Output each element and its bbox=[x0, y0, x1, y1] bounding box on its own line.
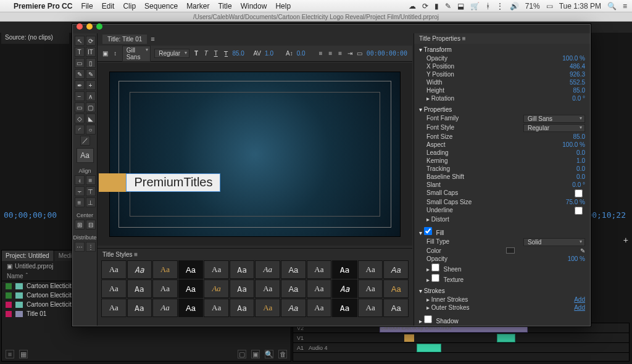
title-style-swatch[interactable]: Aa bbox=[178, 279, 204, 298]
clipped-rect-tool[interactable]: ◇ bbox=[75, 114, 85, 123]
title-style-swatch[interactable]: Aa bbox=[152, 299, 178, 317]
delete-anchor-tool[interactable]: − bbox=[75, 91, 85, 101]
title-style-swatch[interactable]: Aa bbox=[204, 299, 229, 317]
style-swatch[interactable]: Aa bbox=[77, 148, 94, 163]
cart-icon[interactable]: 🛒 bbox=[470, 2, 480, 10]
vertical-type-tool[interactable]: IT bbox=[86, 47, 96, 57]
title-style-swatch[interactable]: Aa bbox=[255, 260, 280, 279]
x-position-value[interactable]: 486.4 bbox=[570, 63, 585, 70]
kerning-value[interactable]: 0.0 bbox=[297, 50, 314, 57]
evernote-icon[interactable]: ✎ bbox=[445, 2, 451, 10]
center-v[interactable]: ⊟ bbox=[86, 220, 96, 230]
transform-section[interactable]: ▾ Transform bbox=[419, 45, 585, 54]
ellipse-tool[interactable]: ○ bbox=[86, 125, 96, 134]
slant-value[interactable]: 0.0 ° bbox=[572, 181, 585, 188]
title-style-swatch[interactable]: Aa bbox=[101, 299, 127, 317]
align-right-button[interactable]: ≡ bbox=[337, 49, 343, 59]
minimize-button[interactable] bbox=[86, 23, 93, 30]
leading-value[interactable]: 1.0 bbox=[265, 50, 282, 57]
new-bin-button[interactable]: ▢ bbox=[238, 350, 246, 358]
align-bottom[interactable]: ⊥ bbox=[86, 197, 96, 207]
fill-section[interactable]: ▾ Fill bbox=[419, 226, 585, 238]
wifi-icon[interactable]: ⋮ bbox=[496, 2, 504, 10]
title-style-swatch[interactable]: Aa bbox=[204, 279, 229, 298]
project-tab[interactable]: Project: Untitled bbox=[2, 250, 53, 261]
list-view-button[interactable]: ≡ bbox=[6, 350, 14, 358]
menu-title[interactable]: Title bbox=[218, 2, 231, 10]
title-style-swatch[interactable]: Aa bbox=[152, 260, 178, 279]
title-style-swatch[interactable]: Aa bbox=[230, 299, 255, 317]
vertical-path-type-tool[interactable]: ✎ bbox=[86, 69, 96, 79]
sync-icon[interactable]: ⟳ bbox=[422, 2, 428, 10]
strokes-section[interactable]: ▾ Strokes bbox=[419, 286, 585, 296]
rotate-tool[interactable]: ⟳ bbox=[86, 36, 96, 46]
line-tool[interactable]: ／ bbox=[80, 136, 90, 146]
title-style-swatch[interactable]: Aa bbox=[383, 260, 409, 279]
show-video-button[interactable]: ▭ bbox=[357, 49, 363, 59]
battery-icon[interactable]: ▭ bbox=[546, 2, 553, 10]
clock[interactable]: Tue 1:38 PM bbox=[559, 2, 601, 10]
rounded-rect-tool[interactable]: ▢ bbox=[86, 102, 96, 112]
fill-color-swatch[interactable] bbox=[506, 247, 515, 254]
title-style-swatch[interactable]: Aa bbox=[358, 279, 383, 298]
eyedropper-icon[interactable]: ✎ bbox=[580, 247, 585, 254]
track-a1[interactable]: A1Audio 4 bbox=[293, 343, 629, 353]
panel-menu-icon[interactable]: ≡ bbox=[134, 251, 138, 258]
align-left-button[interactable]: ≡ bbox=[318, 49, 324, 59]
add-panel-button[interactable]: + bbox=[623, 235, 628, 245]
dist-v[interactable]: ⋮ bbox=[86, 242, 96, 252]
panel-menu-icon[interactable]: ≡ bbox=[462, 35, 466, 42]
align-left[interactable]: ⫞ bbox=[75, 175, 85, 185]
title-clip[interactable] bbox=[404, 334, 414, 342]
tracking-value[interactable]: 0.0 bbox=[576, 165, 585, 172]
title-style-swatch[interactable]: Aa bbox=[127, 260, 152, 279]
align-right[interactable]: ⫟ bbox=[75, 186, 85, 196]
sheen-checkbox[interactable] bbox=[431, 263, 439, 271]
title-style-swatch[interactable]: Aa bbox=[307, 299, 332, 317]
title-templates-button[interactable]: ▣ bbox=[102, 49, 109, 59]
title-style-swatch[interactable]: Aa bbox=[281, 299, 306, 317]
title-style-swatch[interactable]: Aa bbox=[178, 260, 204, 279]
align-top[interactable]: ⊤ bbox=[86, 186, 96, 196]
rectangle-tool[interactable]: ▭ bbox=[75, 102, 85, 112]
font-family-dropdown[interactable]: Gill Sans bbox=[122, 46, 151, 62]
font-style-select[interactable]: Regular bbox=[523, 124, 585, 132]
title-tab[interactable]: Title: Title 01 bbox=[102, 35, 147, 44]
leading-value[interactable]: 0.0 bbox=[576, 149, 585, 156]
underline-checkbox[interactable] bbox=[575, 207, 583, 215]
title-style-swatch[interactable]: Aa bbox=[204, 260, 229, 279]
center-h[interactable]: ⊞ bbox=[75, 220, 85, 230]
menu-clip[interactable]: Clip bbox=[123, 2, 136, 10]
spotlight-icon[interactable]: 🔍 bbox=[607, 2, 617, 10]
title-style-swatch[interactable]: Aa bbox=[332, 299, 357, 317]
tab-stops-button[interactable]: ⇥ bbox=[347, 49, 353, 59]
title-style-swatch[interactable]: Aa bbox=[230, 260, 255, 279]
type-tool[interactable]: T bbox=[75, 47, 85, 57]
title-style-swatch[interactable]: Aa bbox=[281, 279, 306, 298]
gold-rect[interactable] bbox=[99, 173, 126, 192]
roll-crawl-button[interactable]: ↕ bbox=[112, 49, 118, 59]
title-style-swatch[interactable]: Aa bbox=[127, 299, 152, 317]
title-style-swatch[interactable]: Aa bbox=[358, 260, 383, 279]
convert-anchor-tool[interactable]: ∧ bbox=[86, 91, 96, 101]
panel-menu-icon[interactable]: ≡ bbox=[151, 35, 154, 43]
arc-tool[interactable]: ◜ bbox=[75, 125, 85, 134]
source-panel-tab[interactable]: Source: (no clips) bbox=[1, 33, 69, 44]
align-vcenter[interactable]: ≡ bbox=[75, 197, 85, 207]
trash-button[interactable]: 🗑 bbox=[278, 350, 287, 358]
title-style-swatch[interactable]: Aa bbox=[383, 279, 409, 298]
menu-marker[interactable]: Marker bbox=[186, 2, 209, 10]
align-center-button[interactable]: ≡ bbox=[328, 49, 334, 59]
fill-type-select[interactable]: Solid bbox=[523, 238, 585, 246]
font-size-value[interactable]: 85.0 bbox=[232, 50, 249, 57]
zoom-button[interactable] bbox=[96, 23, 102, 30]
font-style-dropdown[interactable]: Regular bbox=[154, 49, 189, 58]
bluetooth-icon[interactable]: ᚼ bbox=[486, 2, 490, 10]
video-icon[interactable]: ▮ bbox=[434, 2, 439, 10]
fill-opacity-value[interactable]: 100 % bbox=[568, 255, 585, 262]
wedge-tool[interactable]: ◣ bbox=[86, 114, 96, 123]
fill-checkbox[interactable] bbox=[424, 227, 432, 235]
title-style-swatch[interactable]: Aa bbox=[332, 260, 357, 279]
app-name[interactable]: Premiere Pro CC bbox=[14, 2, 72, 10]
opacity-value[interactable]: 100.0 % bbox=[562, 55, 585, 62]
